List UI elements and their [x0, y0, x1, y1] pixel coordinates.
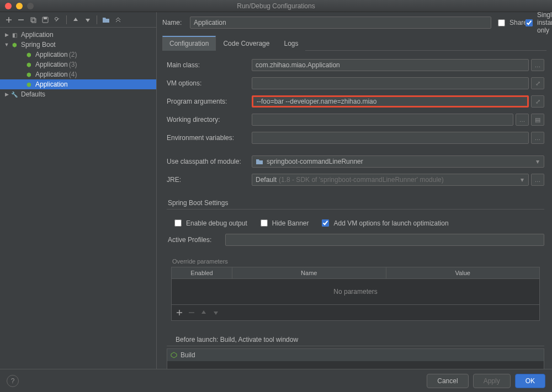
- before-launch-list[interactable]: Build: [167, 348, 544, 369]
- ok-button[interactable]: OK: [515, 374, 545, 388]
- spring-boot-icon: ⬢: [24, 80, 33, 89]
- config-tabs: Configuration Code Coverage Logs: [162, 35, 546, 51]
- hide-banner-input[interactable]: [261, 219, 268, 227]
- dialog-footer: ? Cancel Apply OK: [0, 369, 552, 392]
- tree-count: (4): [69, 71, 77, 78]
- classpath-module-value: springboot-commandLineRunner: [267, 158, 363, 165]
- move-down-button[interactable]: [82, 14, 93, 25]
- spring-boot-icon: ⬢: [24, 60, 33, 69]
- remove-config-button[interactable]: [15, 14, 26, 25]
- save-config-button[interactable]: [40, 14, 51, 25]
- tab-code-coverage[interactable]: Code Coverage: [216, 36, 277, 51]
- insert-macro-button[interactable]: ▤: [531, 114, 544, 126]
- override-up-button[interactable]: [198, 307, 209, 318]
- override-add-button[interactable]: [174, 307, 185, 318]
- browse-main-class-button[interactable]: …: [531, 59, 544, 71]
- env-vars-label: Environment variables:: [167, 134, 248, 142]
- collapse-all-button[interactable]: [113, 14, 124, 25]
- tree-count: (3): [69, 61, 77, 68]
- chevron-right-icon[interactable]: [3, 32, 10, 37]
- configuration-editor: Name: Share Single instance only Configu…: [157, 12, 552, 369]
- env-vars-input[interactable]: [252, 132, 529, 144]
- configuration-form: Main class: … VM options: ⤢ Program argu…: [162, 53, 546, 369]
- edit-env-vars-button[interactable]: …: [531, 132, 544, 144]
- tree-label: Application: [21, 31, 54, 39]
- folder-button[interactable]: [100, 14, 112, 25]
- copy-config-button[interactable]: [28, 14, 39, 25]
- override-parameters-header: Override parameters: [171, 256, 540, 267]
- window-title: Run/Debug Configurations: [0, 2, 552, 10]
- classpath-module-select[interactable]: springboot-commandLineRunner: [252, 155, 544, 168]
- tab-logs[interactable]: Logs: [277, 36, 305, 51]
- add-config-button[interactable]: [3, 14, 14, 25]
- add-vm-options-input[interactable]: [322, 219, 329, 227]
- expand-vm-options-button[interactable]: ⤢: [531, 77, 544, 89]
- active-profiles-input[interactable]: [225, 234, 544, 246]
- tree-label: Defaults: [21, 90, 45, 98]
- hide-banner-label: Hide Banner: [272, 219, 309, 227]
- separator: [97, 15, 97, 24]
- configuration-tree[interactable]: ◧ Application ⬢ Spring Boot ⬢ Applicatio…: [0, 28, 156, 369]
- override-down-button[interactable]: [210, 307, 221, 318]
- tab-configuration[interactable]: Configuration: [162, 36, 216, 51]
- spring-boot-icon: ⬢: [24, 50, 33, 59]
- share-checkbox[interactable]: Share: [496, 18, 519, 28]
- move-up-button[interactable]: [70, 14, 81, 25]
- module-icon: [256, 158, 263, 165]
- share-checkbox-input[interactable]: [498, 19, 505, 26]
- working-directory-input[interactable]: [252, 114, 513, 126]
- jre-label: JRE:: [167, 176, 248, 184]
- enable-debug-output-input[interactable]: [174, 219, 182, 227]
- tree-node-defaults[interactable]: 🔧 Defaults: [0, 89, 156, 99]
- chevron-down-icon[interactable]: [3, 42, 10, 47]
- expand-program-arguments-button[interactable]: ⤢: [531, 95, 544, 108]
- enable-debug-output-checkbox[interactable]: Enable debug output: [172, 218, 247, 228]
- browse-working-dir-button[interactable]: …: [516, 114, 529, 126]
- chevron-right-icon[interactable]: [3, 92, 10, 97]
- override-col-enabled: Enabled: [172, 267, 232, 278]
- tree-label: Spring Boot: [21, 41, 56, 49]
- main-class-input[interactable]: [252, 59, 529, 71]
- help-button[interactable]: ?: [7, 375, 19, 387]
- tree-label: Application: [35, 80, 68, 88]
- tree-item-application-selected[interactable]: ⬢ Application: [0, 79, 156, 89]
- classpath-module-label: Use classpath of module:: [167, 158, 248, 165]
- program-arguments-input[interactable]: [252, 95, 529, 108]
- browse-jre-button[interactable]: …: [531, 174, 544, 186]
- tree-item-application-2[interactable]: ⬢ Application (2): [0, 50, 156, 60]
- single-instance-checkbox[interactable]: Single instance only: [523, 12, 546, 34]
- configurations-sidebar: ◧ Application ⬢ Spring Boot ⬢ Applicatio…: [0, 12, 157, 369]
- sidebar-toolbar: [0, 12, 156, 28]
- apply-button[interactable]: Apply: [473, 374, 511, 388]
- active-profiles-label: Active Profiles:: [167, 236, 222, 244]
- single-instance-checkbox-input[interactable]: [526, 19, 533, 26]
- svg-rect-0: [31, 18, 35, 22]
- spring-boot-icon: ⬢: [10, 40, 19, 49]
- hide-banner-checkbox[interactable]: Hide Banner: [258, 218, 309, 228]
- override-parameters-table: Enabled Name Value No parameters: [171, 267, 540, 321]
- build-icon: [171, 352, 177, 358]
- edit-defaults-button[interactable]: [52, 14, 63, 25]
- jre-select[interactable]: Default (1.8 - SDK of 'springboot-comman…: [252, 174, 529, 186]
- separator: [66, 15, 67, 24]
- titlebar: Run/Debug Configurations: [0, 0, 552, 12]
- tree-node-spring-boot-type[interactable]: ⬢ Spring Boot: [0, 40, 156, 50]
- before-launch-section: Before launch: Build, Activate tool wind…: [167, 336, 544, 369]
- override-remove-button[interactable]: [186, 307, 197, 318]
- add-vm-options-checkbox[interactable]: Add VM options for launch optimization: [320, 218, 448, 228]
- spring-boot-icon: ⬢: [24, 70, 33, 79]
- cancel-button[interactable]: Cancel: [427, 374, 468, 388]
- tree-label: Application: [35, 71, 68, 78]
- close-window-icon[interactable]: [5, 3, 12, 9]
- tree-item-application-4[interactable]: ⬢ Application (4): [0, 69, 156, 79]
- before-launch-item-build[interactable]: Build: [167, 349, 544, 361]
- tree-item-application-3[interactable]: ⬢ Application (3): [0, 60, 156, 69]
- minimize-window-icon[interactable]: [16, 3, 23, 9]
- tree-node-application-type[interactable]: ◧ Application: [0, 30, 156, 40]
- zoom-window-icon[interactable]: [27, 3, 34, 9]
- single-instance-checkbox-label: Single instance only: [537, 12, 552, 34]
- main-class-label: Main class:: [167, 61, 248, 69]
- name-label: Name:: [162, 19, 185, 26]
- name-input[interactable]: [190, 17, 491, 29]
- vm-options-input[interactable]: [252, 77, 529, 89]
